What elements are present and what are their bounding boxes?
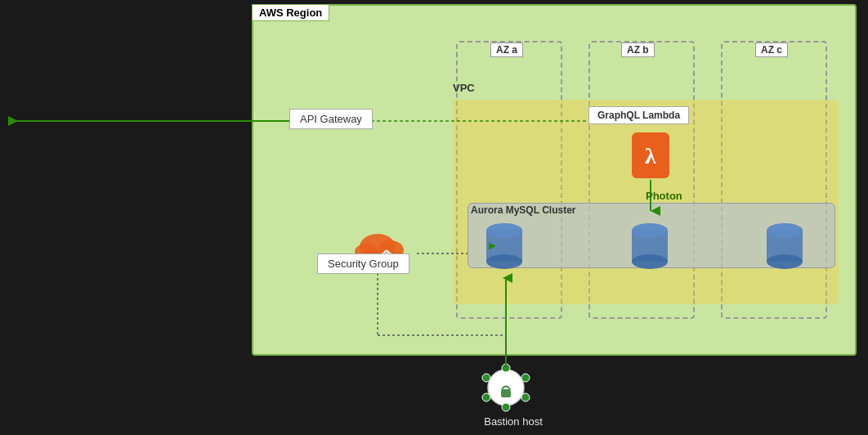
svg-point-26 xyxy=(521,374,530,382)
svg-point-29 xyxy=(482,393,490,401)
svg-point-27 xyxy=(521,393,530,401)
az-b-label: AZ b xyxy=(621,43,655,57)
diagram-container: AWS Region AZ a AZ b AZ c VPC API Gatewa… xyxy=(0,0,868,435)
bastion-host-label: Bastion host xyxy=(472,415,554,428)
svg-point-30 xyxy=(482,374,490,382)
aurora-cluster-label: Aurora MySQL Cluster xyxy=(471,204,575,216)
api-gateway-box: API Gateway xyxy=(289,109,373,129)
az-c-label: AZ c xyxy=(755,43,788,57)
az-a-label: AZ a xyxy=(490,43,523,57)
graphql-lambda-box: GraphQL Lambda xyxy=(588,106,689,124)
svg-point-25 xyxy=(502,364,510,372)
photon-label: Photon xyxy=(646,190,682,202)
svg-point-23 xyxy=(488,370,524,406)
svg-rect-24 xyxy=(501,389,511,397)
aws-region-label: AWS Region xyxy=(252,4,329,21)
vpc-label: VPC xyxy=(453,82,475,94)
vpc-inner-area xyxy=(453,100,839,304)
api-gateway-label: API Gateway xyxy=(300,113,362,125)
svg-point-28 xyxy=(502,403,510,411)
security-group-box: Security Group xyxy=(317,253,409,274)
graphql-lambda-label: GraphQL Lambda xyxy=(597,110,680,121)
security-group-label: Security Group xyxy=(328,258,399,270)
